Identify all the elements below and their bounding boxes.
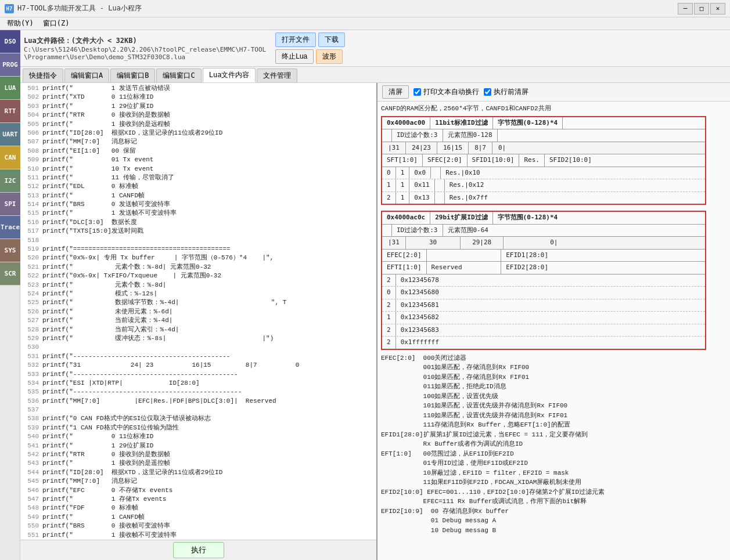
code-line: 527printf(" 当前读元素：%-4d| [23, 316, 374, 325]
code-line: 524printf(" 模式：%-12s| [23, 290, 374, 298]
code-line: 529printf(" 缓冲状态：%-8s| |") [23, 334, 374, 343]
sidebar-item-dso[interactable]: DSO [0, 30, 20, 53]
tab-edit-b[interactable]: 编辑窗口B [110, 68, 155, 82]
menu-bar: 帮助(Y) 窗口(Z) [0, 17, 730, 30]
code-line: 522printf("0x%-9x| TxFIFO/Txqueue | 元素范围… [23, 272, 374, 280]
sidebar-item-lua[interactable]: LUA [0, 77, 20, 100]
filter-table-2: 0x4000ac0c 29bit扩展ID过滤 字节范围(0-128)*4 ID过… [381, 211, 706, 350]
code-line: 547printf(" 1 存储Tx events [23, 495, 374, 504]
code-line: 510printf(" 10 Tx event [23, 165, 374, 174]
sidebar-item-i2c[interactable]: I2C [0, 169, 20, 193]
code-line: 551printf(" 1 接收帧不可变波特率 [23, 531, 374, 540]
output-toolbar: 清屏 打印文本自动换行 执行前清屏 [377, 83, 730, 102]
code-line: 548printf("FDF 0 标准帧 [23, 504, 374, 512]
main-layout: DSO PROG LUA RTT UART CAN I2C SPI Trace … [0, 30, 730, 560]
wave-button[interactable]: 波形 [316, 49, 343, 64]
split-pane: 501printf(" 1 发送节点被动错误502printf("XTD 0 1… [20, 83, 730, 560]
app-title: H7-TOOL多功能开发工具 - Lua小程序 [17, 3, 678, 13]
output-description-line: EFT[1:0] 00范围过滤，从EF1ID到EF2ID [381, 449, 727, 459]
output-line: CANFD的RAM区分配，2560*4字节，CANFD1和CANFD2共用 [381, 104, 727, 114]
sidebar-item-scr[interactable]: SCR [0, 262, 20, 286]
tab-file-mgmt[interactable]: 文件管理 [257, 68, 297, 82]
sidebar-item-prog[interactable]: PROG [0, 53, 20, 77]
minimize-button[interactable]: ─ [678, 3, 693, 15]
toolbar-path-section: Lua文件路径：(文件大小 < 32KB) C:\Users\51246\Des… [24, 36, 266, 61]
download-button[interactable]: 下载 [318, 32, 345, 47]
code-panel: 501printf(" 1 发送节点被动错误502printf("XTD 0 1… [20, 83, 377, 560]
code-line: 506printf("ID[28:0] 根据XID，这里记录的11位或者29位I… [23, 129, 374, 138]
tab-quick-cmd[interactable]: 快捷指令 [23, 68, 63, 82]
output-description-line: 11如果EF1ID到EF2ID，FDCAN_XIDAM屏蔽机制未使用 [381, 478, 727, 487]
code-line: 530 [23, 343, 374, 352]
output-description-line: 110如果匹配，设置优先级并存储消息到Rx FIF01 [381, 411, 727, 421]
output-description-line: 01 Debug messag A [381, 516, 727, 526]
code-line: 501printf(" 1 发送节点被动错误 [23, 84, 374, 93]
sidebar-item-uart[interactable]: UART [0, 123, 20, 146]
checkbox-clear-before: 执行前清屏 [484, 87, 528, 97]
code-line: 532printf("31 24| 23 16|15 8|7 0 [23, 361, 374, 370]
window-controls: ─ □ ✕ [678, 3, 725, 15]
code-line: 549printf(" 1 CANFD帧 [23, 513, 374, 522]
output-description-line: EFID1[28:0]扩展第1扩展ID过滤元素，当EFEC = 111，定义要存… [381, 430, 727, 440]
code-line: 545printf("MM[7:0] 消息标记 [23, 477, 374, 486]
code-line: 518 [23, 236, 374, 245]
output-panel: 清屏 打印文本自动换行 执行前清屏 CANFD的RAM区分配，2560*4字节，… [377, 83, 730, 560]
code-line: 531printf("-----------------------------… [23, 352, 374, 361]
output-description-line: 101如果匹配，设置优先级并存储消息到Rx FIF00 [381, 401, 727, 411]
code-line: 546printf("EFC 0 不存储Tx events [23, 486, 374, 495]
code-line: 507printf("MM[7:0] 消息标记 [23, 138, 374, 146]
clear-button[interactable]: 清屏 [382, 85, 409, 99]
output-description-line: EFID2[10:0] EFEC=001...110，EFID2[10:0]存储… [381, 487, 727, 497]
path-label: Lua文件路径：(文件大小 < 32KB) [24, 36, 266, 46]
code-line: 525printf(" 数据域字节数：%-4d| ", T [23, 298, 374, 307]
output-description-line: EFID2[10:9] 00 存储消息到Rx buffer [381, 507, 727, 516]
output-description-line: Rx Buffer或者作为调试的消息ID [381, 439, 727, 449]
sidebar-item-sys[interactable]: SYS [0, 239, 20, 262]
code-line: 514printf("BRS 0 发送帧可变波特率 [23, 200, 374, 209]
code-line: 534printf("ESI |XTD|RTP| ID[28:0] [23, 379, 374, 388]
code-editor[interactable]: 501printf(" 1 发送节点被动错误502printf("XTD 0 1… [20, 83, 376, 540]
sidebar-item-rtt[interactable]: RTT [0, 100, 20, 123]
sidebar: DSO PROG LUA RTT UART CAN I2C SPI Trace … [0, 30, 20, 560]
output-description-line: 010如果匹配，存储消息到Rx FIF01 [381, 373, 727, 382]
path-line1: C:\Users\51246\Desktop\2.20\2.206\h7tool… [24, 46, 266, 53]
toolbar: Lua文件路径：(文件大小 < 32KB) C:\Users\51246\Des… [20, 30, 730, 67]
code-line: 533printf("-----------------------------… [23, 370, 374, 379]
output-description-line: EFEC[2:0] 000关闭过滤器 [381, 353, 727, 363]
code-line: 538printf("0 CAN FD格式中的ESI位仅取决于错误被动标志 [23, 414, 374, 423]
checkbox-auto-wrap: 打印文本自动换行 [413, 87, 479, 97]
stop-lua-button[interactable]: 终止Lua [275, 49, 314, 64]
output-description-line: 011如果匹配，拒绝此ID消息 [381, 382, 727, 392]
sidebar-item-trace[interactable]: Trace [0, 216, 20, 239]
maximize-button[interactable]: □ [694, 3, 709, 15]
sidebar-item-can[interactable]: CAN [0, 146, 20, 169]
run-button[interactable]: 执行 [173, 542, 224, 558]
code-line: 544printf("ID[28:0] 根据XTD，这里记录的11位或者29位I… [23, 468, 374, 477]
menu-help[interactable]: 帮助(Y) [2, 17, 38, 30]
auto-wrap-checkbox[interactable] [413, 88, 421, 96]
tab-edit-a[interactable]: 编辑窗口A [64, 68, 109, 82]
code-line: 521printf(" 元素个数：%-8d| 元素范围0-32 [23, 263, 374, 272]
code-line: 502printf("XTD 0 11位标准ID [23, 93, 374, 102]
output-description-line: 100如果匹配，设置优先级 [381, 392, 727, 402]
code-footer: 执行 [20, 540, 376, 560]
code-line: 541printf(" 1 29位扩展ID [23, 442, 374, 450]
code-line: 536printf("MM[7:0] |EFC|Res.|FDF|BPS|DLC… [23, 397, 374, 406]
code-line: 550printf("BRS 0 接收帧可变波特率 [23, 522, 374, 530]
code-line: 508printf("EI[1:0] 00 保留 [23, 147, 374, 156]
menu-window[interactable]: 窗口(Z) [38, 17, 74, 30]
sidebar-item-spi[interactable]: SPI [0, 193, 20, 216]
code-line: 509printf(" 01 Tx event [23, 156, 374, 164]
tab-edit-c[interactable]: 编辑窗口C [156, 68, 201, 82]
clear-before-checkbox[interactable] [484, 88, 491, 96]
output-description-line: 10屏蔽过滤，EF1ID = filter，EF2ID = mask [381, 468, 727, 478]
code-line: 513printf(" 1 CANFD帧 [23, 192, 374, 200]
code-line: 526printf(" 未使用元素：%-6d| [23, 308, 374, 316]
tab-lua-content[interactable]: Lua文件内容 [203, 68, 256, 82]
content-area: Lua文件路径：(文件大小 < 32KB) C:\Users\51246\Des… [20, 30, 730, 560]
output-content[interactable]: CANFD的RAM区分配，2560*4字节，CANFD1和CANFD2共用 0x… [377, 102, 730, 560]
open-file-button[interactable]: 打开文件 [275, 32, 316, 47]
code-line: 539printf("1 CAN FD格式中的ESI位传输为隐性 [23, 424, 374, 432]
close-button[interactable]: ✕ [710, 3, 725, 15]
filter-table-1: 0x4000ac00 11bit标准ID过滤 字节范围(0-128)*4 ID过… [381, 116, 706, 205]
